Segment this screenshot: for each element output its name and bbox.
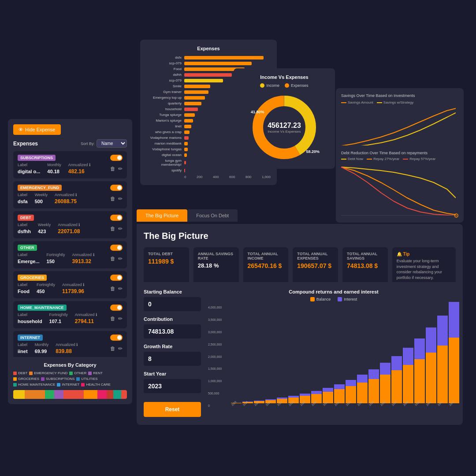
card-tag-home: HOME_MAINTENANCE [18, 305, 67, 311]
start-year-input[interactable] [144, 379, 201, 393]
growth-rate-label: Growth Rate [144, 344, 201, 349]
card-tag-debt: DEBT [18, 215, 34, 221]
stat-value-debt: 111989 $ [148, 258, 185, 265]
expense-card-subscriptions: SUBSCRIPTIONS Label digital o... Monthly… [13, 151, 127, 178]
bar-orange [449, 338, 459, 403]
starting-balance-input[interactable] [144, 297, 201, 311]
toggle-home[interactable] [110, 305, 123, 311]
delete-icon-4[interactable]: 🗑 [110, 286, 115, 292]
expenses-panel: 👁 Hide Expense Expenses Sort By: Name Am… [8, 119, 132, 381]
sort-select[interactable]: Name Amount Date [97, 139, 127, 148]
annual-val-4: 11739.96 [62, 288, 84, 294]
legend-balance: Balance [316, 297, 331, 301]
delete-icon-3[interactable]: 🗑 [110, 256, 115, 262]
bar-group: 2028 [288, 396, 299, 407]
edit-icon-6[interactable]: ✏ [118, 346, 123, 352]
freq-key-0: Monthly [47, 163, 61, 167]
freq-val-1: 500 [35, 199, 43, 204]
delete-icon-5[interactable]: 🗑 [110, 316, 115, 322]
donut-pct-income: 41.80% [251, 110, 264, 114]
card-tag-internet: INTERNET [18, 335, 43, 341]
hide-expense-button[interactable]: 👁 Hide Expense [13, 124, 61, 135]
bar-group: 2038 [403, 348, 413, 407]
expenses-chart-title: Expenses [146, 46, 271, 51]
stat-label-debt: TOTAL DEBT [148, 252, 185, 256]
toggle-groceries[interactable] [110, 275, 123, 281]
bar-orange [403, 365, 413, 403]
freq-val-0: 40.18 [47, 169, 60, 174]
bar-group: 2035 [368, 369, 379, 407]
bar-purple [414, 338, 425, 359]
stats-row: TOTAL DEBT 111989 $ ANNUAL SAVINGS RATE … [144, 247, 456, 285]
annual-val-3: 3913.32 [72, 258, 91, 264]
stat-value-savings: 74813.08 $ [347, 262, 383, 269]
donut-title: Income Vs Expenses [240, 74, 329, 80]
expense-card-emergency: EMERGENCY_FUND Label dsfa Weekly 500 Ann… [13, 181, 127, 208]
tab-focus-debt[interactable]: Focus On Debt [187, 209, 238, 222]
toggle-other[interactable] [110, 245, 123, 251]
legend-interest: Interest [344, 297, 357, 301]
delete-icon-1[interactable]: 🗑 [110, 196, 115, 202]
stat-label-expenses: TOTAL ANNUAL Expenses [297, 252, 334, 260]
category-chart-panel: Expenses By Category DEBT EMERGENCY FUND… [8, 357, 132, 404]
delete-icon-6[interactable]: 🗑 [110, 346, 115, 352]
delete-icon-2[interactable]: 🗑 [110, 226, 115, 232]
edit-icon-2[interactable]: ✏ [118, 226, 123, 232]
bar-group: 2039 [414, 338, 425, 407]
settings-icon[interactable]: ⚙ [454, 212, 459, 219]
expense-card-groceries: GROCERIES Label Food Fortnightly 450 Ann… [13, 271, 127, 298]
bar-purple [426, 327, 436, 353]
stat-label-income: TOTAL ANNUAL Income [248, 252, 284, 260]
bar-group: 2023 [231, 403, 242, 407]
freq-val-5: 107.1 [49, 319, 62, 324]
contribution-label: Contribution [144, 316, 201, 322]
label-val-5: household [18, 319, 42, 324]
sort-section: Sort By: Name Amount Date [81, 139, 127, 148]
stat-total-savings: TOTAL ANNUAL SAVINGS 74813.08 $ [342, 247, 388, 285]
stat-value-expenses: 190657.07 $ [297, 262, 334, 269]
label-key-0: Label [18, 163, 40, 167]
tip-text: Evaluate your long-term investment strat… [397, 258, 451, 280]
contribution-input[interactable] [144, 324, 201, 338]
eye-icon: 👁 [19, 127, 23, 132]
donut-legend: Income Expenses [240, 83, 329, 88]
edit-icon-5[interactable]: ✏ [118, 316, 123, 322]
label-val-4: Food [18, 289, 30, 294]
bar-purple [311, 391, 322, 394]
annual-val-6: 839.88 [56, 348, 72, 354]
label-val-1: dsfa [18, 199, 28, 204]
reset-button[interactable]: Reset [144, 402, 201, 417]
donut-pct-expenses: 58.20% [306, 149, 320, 154]
bar-purple [380, 363, 390, 375]
annual-val-1: 26088.75 [55, 198, 77, 205]
bar-purple [334, 384, 345, 389]
edit-icon-0[interactable]: ✏ [118, 166, 123, 172]
edit-icon-4[interactable]: ✏ [118, 286, 123, 292]
bar-group: 2036 [380, 363, 390, 407]
category-chart-title: Expenses By Category [13, 362, 127, 368]
bar-group: 2031 [323, 388, 333, 407]
stat-total-expenses: TOTAL ANNUAL Expenses 190657.07 $ [293, 247, 338, 285]
category-bar-chart [13, 390, 127, 399]
edit-icon-3[interactable]: ✏ [118, 256, 123, 262]
stat-value-savings-rate: 28.18 % [198, 262, 234, 269]
category-legend: DEBT EMERGENCY FUND OTHER RENT GROCERIES… [13, 371, 127, 387]
growth-rate-input[interactable] [144, 352, 201, 366]
toggle-debt[interactable] [110, 215, 123, 221]
donut-center: 456127.23 Income Vs Expenses [268, 122, 301, 134]
delete-icon-0[interactable]: 🗑 [110, 166, 115, 172]
bar-purple [357, 375, 368, 383]
bar-purple [346, 380, 356, 386]
bar-purple [449, 302, 459, 338]
stat-value-income: 265470.16 $ [248, 262, 284, 269]
toggle-internet[interactable] [110, 335, 123, 341]
tab-big-picture[interactable]: The Big Picture [137, 209, 187, 222]
big-picture-tabs: The Big Picture Focus On Debt ⚙ [137, 209, 463, 222]
bar-group: 2042 [449, 302, 459, 407]
stat-savings-rate: ANNUAL SAVINGS RATE 28.18 % [193, 247, 239, 285]
toggle-emergency[interactable] [110, 185, 123, 191]
toggle-subscriptions[interactable] [110, 155, 123, 161]
expenses-header: Expenses Sort By: Name Amount Date [13, 139, 127, 148]
edit-icon-1[interactable]: ✏ [118, 196, 123, 202]
expenses-title: Expenses [13, 141, 38, 147]
